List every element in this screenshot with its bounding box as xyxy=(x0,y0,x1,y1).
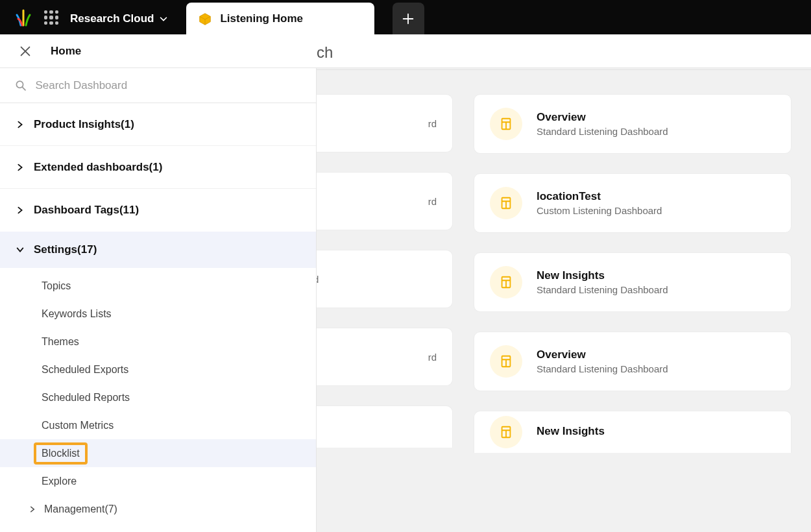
sub-item-scheduled-reports[interactable]: Scheduled Reports xyxy=(0,383,316,411)
card-subtitle: Standard Listening Dashboard xyxy=(537,126,668,137)
sub-header: Home xyxy=(0,34,811,68)
chevron-right-icon xyxy=(29,505,36,513)
card-title: Overview xyxy=(537,111,668,124)
partial-card[interactable]: rd xyxy=(317,94,453,152)
search-input[interactable] xyxy=(35,79,302,92)
search-row xyxy=(0,68,316,103)
sub-item-explore[interactable]: Explore xyxy=(0,467,316,495)
tab-listening-home[interactable]: Listening Home xyxy=(186,3,374,34)
sub-item-blocklist[interactable]: Blocklist xyxy=(0,439,316,467)
chevron-down-icon xyxy=(159,14,168,23)
dashboard-card[interactable]: New Insights xyxy=(474,411,792,453)
nav-tree: Product Insights(1) Extended dashboards(… xyxy=(0,103,316,529)
chevron-down-icon xyxy=(16,245,25,254)
card-subtitle: Standard Listening Dashboard xyxy=(537,284,668,295)
page-title: Home xyxy=(51,45,81,58)
sub-item-keywords-lists[interactable]: Keywords Lists xyxy=(0,300,316,328)
card-title: Overview xyxy=(537,348,668,361)
tree-item-dashboard-tags[interactable]: Dashboard Tags(11) xyxy=(0,189,316,232)
partial-card[interactable]: d xyxy=(317,250,453,308)
settings-sublist: Topics Keywords Lists Themes Scheduled E… xyxy=(0,268,316,529)
dashboard-card[interactable]: locationTest Custom Listening Dashboard xyxy=(474,173,792,233)
sub-item-management[interactable]: Management(7) xyxy=(0,495,316,523)
svg-point-5 xyxy=(16,81,23,88)
navigation-panel: Product Insights(1) Extended dashboards(… xyxy=(0,68,317,532)
tree-item-product-insights[interactable]: Product Insights(1) xyxy=(0,103,316,146)
dashboard-card[interactable]: Overview Standard Listening Dashboard xyxy=(474,332,792,391)
card-subtitle: Standard Listening Dashboard xyxy=(537,363,668,374)
tab-label: Listening Home xyxy=(220,12,303,25)
brand-logo xyxy=(14,8,32,27)
workspace-switcher[interactable]: Research Cloud xyxy=(70,12,168,25)
chevron-right-icon xyxy=(16,120,25,129)
dashboard-icon xyxy=(490,108,522,140)
tree-item-extended-dashboards[interactable]: Extended dashboards(1) xyxy=(0,146,316,189)
add-tab-button[interactable] xyxy=(393,3,424,34)
sub-item-topics[interactable]: Topics xyxy=(0,272,316,300)
card-subtitle: Custom Listening Dashboard xyxy=(537,205,662,216)
dashboard-card[interactable]: New Insights Standard Listening Dashboar… xyxy=(474,252,792,312)
card-title: locationTest xyxy=(537,190,662,203)
plus-icon xyxy=(401,12,415,26)
tree-label: Management(7) xyxy=(44,503,117,515)
close-icon[interactable] xyxy=(18,44,32,58)
chevron-right-icon xyxy=(16,163,25,172)
top-bar: Research Cloud Listening Home xyxy=(0,0,811,34)
partial-cards-column: rd rd d rd xyxy=(317,94,453,448)
dashboard-icon xyxy=(490,187,522,219)
search-icon xyxy=(14,79,27,93)
sub-item-scheduled-exports[interactable]: Scheduled Exports xyxy=(0,356,316,383)
dashboard-card[interactable]: Overview Standard Listening Dashboard xyxy=(474,94,792,154)
tree-label: Dashboard Tags(11) xyxy=(34,204,139,217)
sub-item-themes[interactable]: Themes xyxy=(0,328,316,356)
box-icon xyxy=(198,12,212,26)
partial-card[interactable]: rd xyxy=(317,328,453,386)
dashboard-icon xyxy=(490,416,522,448)
card-title: New Insights xyxy=(537,425,605,438)
dashboard-cards-column: Overview Standard Listening Dashboard lo… xyxy=(474,94,792,453)
sub-item-custom-metrics[interactable]: Custom Metrics xyxy=(0,411,316,439)
workspace-name: Research Cloud xyxy=(70,12,154,25)
tree-label: Settings(17) xyxy=(34,243,97,256)
tree-label: Product Insights(1) xyxy=(34,118,134,131)
partial-card[interactable]: rd xyxy=(317,172,453,230)
dashboard-icon xyxy=(490,345,522,378)
chevron-right-icon xyxy=(16,206,25,215)
dashboard-icon xyxy=(490,266,522,298)
tree-item-settings[interactable]: Settings(17) xyxy=(0,232,316,268)
heading-partial: ch xyxy=(317,43,333,62)
card-title: New Insights xyxy=(537,269,668,282)
tree-label: Extended dashboards(1) xyxy=(34,161,162,174)
partial-card[interactable] xyxy=(317,405,453,448)
apps-grid-icon[interactable] xyxy=(44,10,58,25)
